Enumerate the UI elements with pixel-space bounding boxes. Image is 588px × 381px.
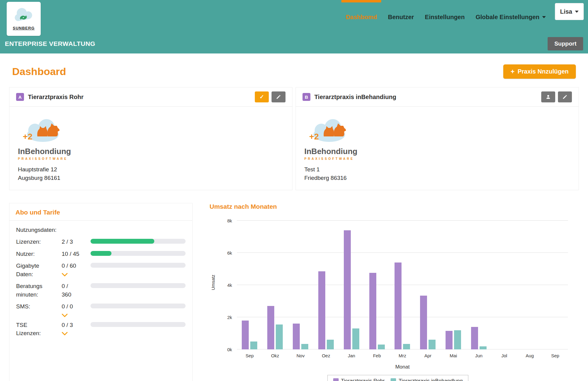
usage-progressbar (91, 239, 186, 244)
x-tick-label: Aug (526, 349, 534, 358)
x-tick-label: Jun (475, 349, 482, 358)
x-tick-label: Sep (246, 349, 254, 358)
add-practice-button[interactable]: + Praxis Nnzulügen (503, 64, 576, 79)
x-tick-label: Sep (551, 349, 559, 358)
bar (293, 324, 300, 349)
expand-chevron-icon[interactable] (62, 314, 68, 317)
bar-group-sep-0: Sep (237, 221, 262, 349)
usage-row-sms: SMS: 0 / 0 (16, 302, 186, 317)
page-title: Dashboard (12, 66, 66, 77)
usage-progressbar (91, 263, 186, 268)
nav-benutzer[interactable]: Benutzer (388, 0, 414, 34)
usage-row-tse-lizenzen: TSE Lizenzen: 0 / 3 (16, 321, 186, 338)
user-menu-button[interactable]: Lisa (555, 3, 584, 20)
usage-value-text: 0 / 3 (62, 321, 91, 329)
abo-title: Abo und Tarife (9, 203, 192, 221)
x-tick-label: Jol (501, 349, 507, 358)
expand-chevron-icon[interactable] (62, 273, 68, 276)
x-axis-label: Monat (237, 364, 568, 370)
bar-group-okz-1: Okz (262, 221, 288, 349)
svg-text:+2: +2 (309, 132, 319, 141)
bar (395, 263, 402, 349)
abo-card: Abo und Tarife Nutzungsdaten: Lizenzen: … (9, 203, 193, 381)
nav-globale-einstellungen-label: Globale Einstellungen (476, 14, 539, 21)
usage-row-nutzer: Nutzer: 10 / 45 (16, 250, 186, 258)
practice-badge: B (303, 93, 310, 101)
practice-logo: +2 InBehondiung PRAXISSOFTWARE (304, 115, 362, 160)
address-line-2: Augsburg 86161 (18, 174, 284, 182)
confirm-button[interactable]: ✓ (255, 91, 269, 102)
practice-card-b: B Tierarztpraxis inBehandiung (296, 87, 579, 190)
pencil-icon (562, 94, 568, 100)
x-tick-label: Jan (348, 349, 355, 358)
legend-item[interactable]: Tierarztpraxis Rohr (333, 378, 385, 381)
usage-row-beratungsminuten: Beratungs minuten: 0 / 360 (16, 282, 186, 299)
bar (429, 340, 436, 349)
practice-name: Tierarztpraxis Rohr (28, 94, 255, 101)
usage-label: SMS: (16, 302, 62, 311)
chart-title: Umsatz nach Monaten (210, 203, 568, 210)
pencil-icon (276, 94, 281, 100)
legend-swatch (391, 378, 396, 381)
bar (344, 230, 351, 349)
practice-logo: +2 InBehondiung PRAXISSOFTWARE (18, 115, 76, 160)
bottom-row: Abo und Tarife Nutzungsdaten: Lizenzen: … (9, 203, 579, 381)
usage-label: Lizenzen: (16, 238, 62, 246)
usage-progressbar (91, 304, 186, 308)
bar (327, 340, 334, 349)
bar (242, 321, 249, 349)
header: SUNBERG Dashbomd Benutzer Einstellungen … (0, 0, 588, 53)
bar-groups: SepOkzNovOezJanFebMrzAprMaiJunJolAugSep (237, 221, 568, 349)
x-tick-label: Mai (450, 349, 457, 358)
bar (471, 327, 478, 349)
users-button[interactable] (541, 91, 555, 102)
logo-cloud-icon (11, 8, 36, 25)
legend-label: Tierarztpraxis Rohr (341, 378, 385, 381)
y-tick-label: 8k (227, 218, 232, 223)
person-icon (545, 94, 551, 100)
legend-label: Tierarztpraxis inBehandlung (398, 378, 463, 381)
nav-einstellungen[interactable]: Einstellungen (425, 0, 465, 34)
logo-wordmark: SUNBERG (13, 26, 35, 30)
bar-group-sep-12: Sep (542, 221, 568, 349)
bar (250, 342, 257, 350)
umsatz-chart-panel: Umsatz nach Monaten Umsatz 0k2k4k6k8kSep… (210, 203, 579, 381)
app-logo[interactable]: SUNBERG (7, 2, 41, 36)
bar (480, 346, 487, 350)
legend-swatch (333, 378, 339, 381)
logo-name: InBehondiung (304, 147, 362, 156)
y-tick-label: 4k (227, 283, 232, 288)
usage-value-text: 2 / 3 (62, 238, 91, 246)
support-button[interactable]: Support (548, 37, 583, 50)
main-content: Dashboard + Praxis Nnzulügen A Tierarztp… (0, 53, 588, 381)
check-icon: ✓ (259, 94, 264, 100)
sub-header: ENTERPRISE VERWALTUNG Support (0, 34, 588, 53)
y-axis-label: Umsatz (210, 275, 216, 290)
page-head: Dashboard + Praxis Nnzulügen (9, 64, 579, 79)
nav-dashboard[interactable]: Dashbomd (346, 0, 377, 34)
edit-button[interactable] (272, 91, 285, 102)
usage-value: 2 / 3 (62, 238, 91, 246)
bar-group-jan-4: Jan (339, 221, 364, 349)
chart-legend: Tierarztpraxis RohrTierarztpraxis inBeha… (327, 375, 469, 381)
usage-row-lizenzen: Lizenzen: 2 / 3 (16, 238, 186, 246)
nav-globale-einstellungen[interactable]: Globale Einstellungen (476, 0, 546, 34)
x-tick-label: Oez (322, 349, 330, 358)
bar (301, 344, 308, 350)
practice-address: Hauptstrafie 12 Augsburg 86161 (18, 165, 284, 182)
top-navigation-row: Dashbomd Benutzer Einstellungen Globale … (0, 0, 588, 34)
bar-group-mrz-6: Mrz (390, 221, 415, 349)
edit-button[interactable] (558, 91, 572, 102)
legend-item[interactable]: Tierarztpraxis inBehandlung (391, 378, 463, 381)
usage-progressbar (91, 322, 186, 327)
usage-value: 0 / 3 (62, 321, 91, 336)
chart-area: Umsatz 0k2k4k6k8kSepOkzNovOezJanFebMrzAp… (210, 221, 568, 349)
expand-chevron-icon[interactable] (62, 332, 68, 335)
bar-group-oez-3: Oez (313, 221, 339, 349)
usage-progress-fill (91, 239, 154, 244)
practice-badge: A (16, 93, 24, 101)
practice-card-a: A Tierarztpraxis Rohr ✓ (9, 87, 292, 190)
inbehandlung-logo-icon: +2 (18, 115, 67, 145)
practice-cards: A Tierarztpraxis Rohr ✓ (9, 87, 579, 190)
chart-legend-row: Tierarztpraxis RohrTierarztpraxis inBeha… (228, 375, 568, 381)
